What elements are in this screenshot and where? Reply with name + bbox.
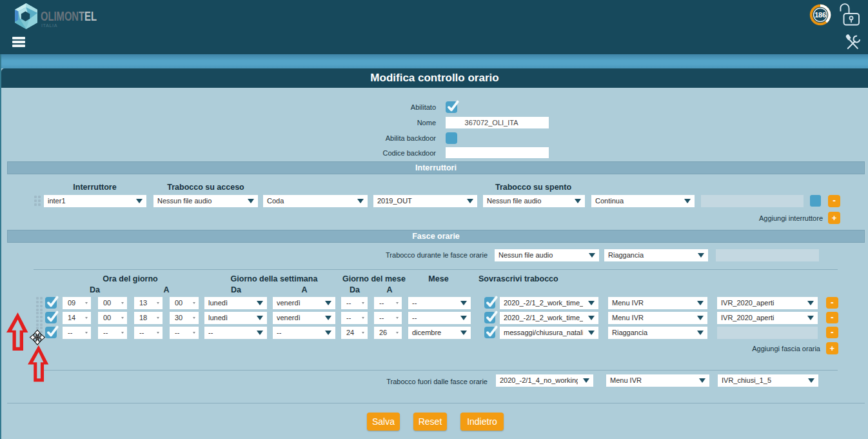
svg-text:186: 186 xyxy=(814,11,826,19)
